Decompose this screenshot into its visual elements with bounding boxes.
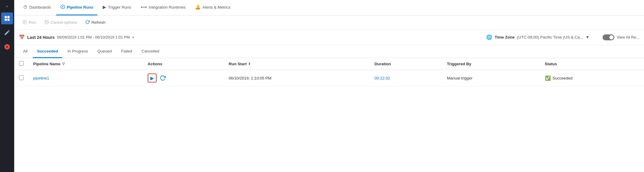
view-all-label: View All Re... xyxy=(617,35,639,39)
status-tab-failed-label: Failed xyxy=(121,49,132,53)
row-duration-cell: 00:12:32 xyxy=(370,70,442,86)
date-filter-range: 06/09/2019 1:01 PM - 06/10/2019 1:01 PM xyxy=(57,35,130,39)
svg-marker-5 xyxy=(62,6,63,7)
col-pipeline-name: Pipeline Name ▽ xyxy=(28,58,143,70)
toggle-switch[interactable] xyxy=(603,34,614,40)
tab-pipeline-runs-label: Pipeline Runs xyxy=(67,5,93,9)
timezone-filter[interactable]: 🌐 Time Zone (UTC-08:00) Pacific Time (US… xyxy=(486,34,589,40)
select-all-header xyxy=(14,58,28,70)
filter-bar: 📅 Last 24 Hours 06/09/2019 1:01 PM - 06/… xyxy=(14,30,644,45)
integration-runtimes-icon: ⟺ xyxy=(141,4,147,10)
tab-integration-runtimes-label: Integration Runtimes xyxy=(149,5,186,9)
sidebar-item-trigger[interactable] xyxy=(1,41,13,53)
status-tab-queued-label: Queued xyxy=(97,49,112,53)
cancel-icon xyxy=(44,20,49,25)
status-tab-cancelled[interactable]: Cancelled xyxy=(137,45,163,58)
tab-alerts-metrics[interactable]: 🔔 Alerts & Metrics xyxy=(191,0,235,15)
svg-rect-0 xyxy=(5,16,7,18)
run-pipeline-button[interactable]: ▶ xyxy=(148,74,157,82)
tab-dashboards[interactable]: ⏱ Dashboards xyxy=(19,0,55,15)
run-start-value: 06/10/2019, 1:10:05 PM xyxy=(229,76,271,80)
sidebar-item-edit[interactable] xyxy=(1,27,13,39)
calendar-icon: 📅 xyxy=(19,34,25,40)
row-pipeline-name-cell: pipeline1 xyxy=(28,70,143,86)
cancel-options-button[interactable]: Cancel options xyxy=(41,18,80,27)
row-checkbox[interactable] xyxy=(19,75,24,80)
tab-dashboards-label: Dashboards xyxy=(29,5,51,9)
table-header-row: Pipeline Name ▽ Actions Run Start ⇕ xyxy=(14,58,644,70)
sidebar-collapse-btn[interactable]: » xyxy=(6,2,8,10)
svg-rect-3 xyxy=(7,19,9,21)
run-icon xyxy=(22,20,27,25)
sidebar: » xyxy=(0,0,14,172)
status-tab-succeeded-label: Succeeded xyxy=(37,49,58,53)
select-all-checkbox[interactable] xyxy=(19,61,24,66)
refresh-button[interactable]: Refresh xyxy=(82,18,109,27)
refresh-icon xyxy=(85,20,90,25)
globe-icon: 🌐 xyxy=(486,34,492,40)
col-run-start: Run Start ⇕ xyxy=(224,58,370,70)
row-actions-cell: ▶ xyxy=(143,70,224,86)
status-tab-in-progress[interactable]: In Progress xyxy=(63,45,92,58)
rerun-icon xyxy=(160,75,166,81)
status-tab-cancelled-label: Cancelled xyxy=(141,49,159,53)
status-container: ✅ Succeeded xyxy=(545,75,639,81)
timezone-value: (UTC-08:00) Pacific Time (US & Ca... xyxy=(517,35,583,39)
col-triggered-by-label: Triggered By xyxy=(447,62,471,66)
view-all-toggle[interactable]: View All Re... xyxy=(603,34,639,40)
row-triggered-by-cell: Manual trigger xyxy=(442,70,540,86)
status-tab-succeeded[interactable]: Succeeded xyxy=(33,45,62,58)
status-success-icon: ✅ xyxy=(545,75,551,81)
toolbar: Run Cancel options Refresh xyxy=(14,15,644,30)
date-filter[interactable]: 📅 Last 24 Hours 06/09/2019 1:01 PM - 06/… xyxy=(19,34,134,40)
run-button[interactable]: Run xyxy=(19,18,40,27)
alerts-metrics-icon: 🔔 xyxy=(195,4,201,10)
col-actions-label: Actions xyxy=(148,62,162,66)
pipeline-name-filter-icon[interactable]: ▽ xyxy=(62,62,65,66)
svg-rect-2 xyxy=(5,19,7,21)
date-filter-label: Last 24 Hours xyxy=(27,35,55,40)
tab-trigger-runs-label: Trigger Runs xyxy=(108,5,131,9)
sidebar-item-dashboard[interactable] xyxy=(1,12,13,24)
duration-value: 00:12:32 xyxy=(374,76,390,80)
status-tab-all[interactable]: All xyxy=(19,45,32,58)
pipeline-runs-icon xyxy=(60,4,65,10)
refresh-button-label: Refresh xyxy=(91,20,105,25)
status-tabs: All Succeeded In Progress Queued Failed … xyxy=(14,45,644,58)
pipeline-runs-table: Pipeline Name ▽ Actions Run Start ⇕ xyxy=(14,58,644,86)
col-duration: Duration xyxy=(370,58,442,70)
date-chevron-icon: ∨ xyxy=(132,35,134,39)
triggered-by-value: Manual trigger xyxy=(447,76,472,80)
status-value: Succeeded xyxy=(553,76,573,80)
trigger-runs-icon: ▶ xyxy=(103,4,106,10)
rerun-pipeline-button[interactable] xyxy=(158,74,167,82)
tab-alerts-metrics-label: Alerts & Metrics xyxy=(202,5,231,9)
col-status-label: Status xyxy=(545,62,557,66)
run-start-sort-icon[interactable]: ⇕ xyxy=(248,62,251,66)
col-actions: Actions xyxy=(143,58,224,70)
timezone-chevron-icon: ▼ xyxy=(585,35,589,39)
dashboards-icon: ⏱ xyxy=(23,5,28,10)
run-pipeline-icon: ▶ xyxy=(150,75,154,81)
col-pipeline-name-label: Pipeline Name xyxy=(33,62,60,66)
tab-integration-runtimes[interactable]: ⟺ Integration Runtimes xyxy=(136,0,190,15)
svg-marker-7 xyxy=(24,21,25,23)
nav-tabs: ⏱ Dashboards Pipeline Runs ▶ Trigger Run… xyxy=(14,0,644,15)
pipeline-runs-table-container: Pipeline Name ▽ Actions Run Start ⇕ xyxy=(14,58,644,172)
table-row: pipeline1 ▶ xyxy=(14,70,644,86)
tab-pipeline-runs[interactable]: Pipeline Runs xyxy=(56,0,97,15)
timezone-label: Time Zone xyxy=(495,35,514,39)
row-checkbox-cell xyxy=(14,70,28,86)
run-button-label: Run xyxy=(29,20,36,25)
tab-trigger-runs[interactable]: ▶ Trigger Runs xyxy=(99,0,135,15)
cancel-options-label: Cancel options xyxy=(51,20,77,25)
actions-container: ▶ xyxy=(148,74,219,82)
row-run-start-cell: 06/10/2019, 1:10:05 PM xyxy=(224,70,370,86)
col-duration-label: Duration xyxy=(374,62,391,66)
pipeline-name-link[interactable]: pipeline1 xyxy=(33,76,49,80)
col-status: Status xyxy=(540,58,644,70)
svg-rect-1 xyxy=(7,16,9,18)
row-status-cell: ✅ Succeeded xyxy=(540,70,644,86)
status-tab-failed[interactable]: Failed xyxy=(117,45,136,58)
status-tab-queued[interactable]: Queued xyxy=(93,45,116,58)
